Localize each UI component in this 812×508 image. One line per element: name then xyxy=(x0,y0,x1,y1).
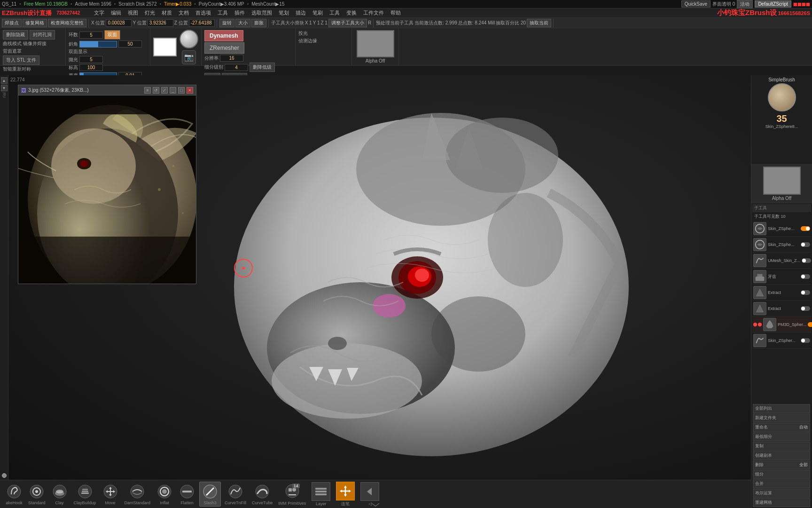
menu-files[interactable]: 工件文件 xyxy=(360,8,387,17)
brush-item-0[interactable]: Skin_ZSphe... xyxy=(752,221,811,237)
check-mesh-button[interactable]: 检查网格完整性 xyxy=(48,19,86,27)
menu-stroke[interactable]: 笔划 xyxy=(276,8,292,17)
menu-material[interactable]: 材质 xyxy=(159,8,175,17)
window-minimize-button[interactable]: ≡ xyxy=(144,87,151,94)
merge-button[interactable]: 合并 xyxy=(753,479,810,488)
brush-item-3[interactable]: 牙齿 xyxy=(752,269,811,285)
dynamesh-button[interactable]: Dynamesh xyxy=(204,30,243,41)
sidebar-dot-button[interactable] xyxy=(2,473,7,478)
image-preview-window[interactable]: 🖼 3.jpg (532×276像素, 23KB...) ≡ ↺ ⤢ _ □ ✕ xyxy=(18,85,196,284)
menu-document[interactable]: 文档 xyxy=(176,8,192,17)
adjust-tool-button[interactable]: 调整子工具大小 xyxy=(328,19,367,27)
double-sided-button[interactable]: 双面 xyxy=(104,30,120,40)
active-button[interactable]: 活动 xyxy=(737,0,753,8)
repair-mesh-button[interactable]: 修复网格 xyxy=(23,19,47,27)
close-holes-button[interactable]: 封闭孔洞 xyxy=(30,30,55,40)
menu-help[interactable]: 帮助 xyxy=(388,8,404,17)
brush-item-bottom-curvetube[interactable]: CurveTube xyxy=(250,482,274,506)
brush-item-bottom-clay[interactable]: Clay xyxy=(49,482,70,506)
sidebar-btn-2[interactable]: ▼ xyxy=(1,85,8,91)
brush-item-bottom-layer[interactable]: Layer xyxy=(310,481,332,507)
brush-toggle-3[interactable] xyxy=(801,274,810,279)
all-output-button[interactable]: 全部列出 xyxy=(753,404,810,413)
main-canvas[interactable]: 22.774 xyxy=(8,75,751,480)
brush-toggle-0[interactable] xyxy=(801,226,810,231)
menu-select[interactable]: 选取范围 xyxy=(249,8,275,17)
brush-item-4[interactable]: Extract xyxy=(752,285,811,301)
lowest-subdiv-button[interactable]: 最低细分 xyxy=(753,432,810,441)
extract-current-button[interactable]: 抽取当前 xyxy=(527,19,551,27)
bevel-value[interactable]: 50 xyxy=(118,40,142,48)
menu-prefs[interactable]: 首选项 xyxy=(193,8,214,17)
create-copy-button[interactable]: 创建副本 xyxy=(753,451,810,460)
brush-item-bottom-move2[interactable]: 连笔 xyxy=(334,481,357,508)
brush-toggle-6[interactable] xyxy=(808,322,812,327)
menu-tool[interactable]: 工具 xyxy=(215,8,231,17)
quicksave-button[interactable]: QuickSave xyxy=(681,0,710,8)
window-restore-button[interactable]: _ xyxy=(170,87,176,94)
delete-hidden-button[interactable]: 删除隐藏 xyxy=(3,30,28,40)
brush-toggle-2[interactable] xyxy=(802,258,811,263)
brush-size-label[interactable]: 35 xyxy=(776,113,787,124)
brush-item-bottom-ake-hook[interactable]: akeHook xyxy=(4,482,24,506)
x-pos-value[interactable]: 0.00028 xyxy=(106,19,132,27)
y-pos-value[interactable]: 3.92326 xyxy=(148,19,173,27)
simple-brush-icon[interactable] xyxy=(768,83,796,111)
color-swatch[interactable] xyxy=(153,38,177,56)
menu-view[interactable]: 视图 xyxy=(125,8,141,17)
brush-item-bottom-move[interactable]: Move xyxy=(100,482,121,506)
brush-item-bottom-inflat[interactable]: Inflat xyxy=(154,482,175,506)
brush-item-bottom-curvetinfill[interactable]: CurveTnFill xyxy=(223,482,248,506)
brush-item-bottom-flatten[interactable]: Flatten xyxy=(177,482,197,506)
polish-value[interactable]: 5 xyxy=(79,56,103,63)
subdiv-value[interactable]: 16 xyxy=(220,55,243,62)
subdiv-level-value[interactable]: 4 xyxy=(225,64,248,71)
brush-item-5[interactable]: Extract xyxy=(752,301,811,317)
rename-button[interactable]: 重命名 自动 xyxy=(753,423,810,432)
default-zscript-button[interactable]: DefaultZScript xyxy=(755,0,791,8)
brush-item-1[interactable]: Skin_ZSphe... xyxy=(752,237,811,253)
bevel-slider[interactable] xyxy=(79,41,117,48)
new-file-button[interactable]: 新建文件夹 xyxy=(753,413,810,422)
brush-toggle-4[interactable] xyxy=(801,290,810,295)
brush-toggle-5[interactable] xyxy=(801,306,810,311)
copy-button[interactable]: 复制 xyxy=(753,442,810,451)
rings-value[interactable]: 5 xyxy=(79,32,103,39)
menu-stroke2[interactable]: 描边 xyxy=(293,8,309,17)
camera-button[interactable]: 📷 xyxy=(182,50,196,64)
boolean-button[interactable]: 布尔运算 xyxy=(753,489,810,498)
delete-button[interactable]: 删除 全部 xyxy=(753,460,810,469)
brush-item-bottom-standard[interactable]: Standard xyxy=(26,482,47,506)
brush-item-2[interactable]: UMesh_Skin_Z... xyxy=(752,253,811,269)
brush-item-bottom-clay-buildup[interactable]: ClayBuildup xyxy=(72,482,98,506)
zremesher-button[interactable]: ZRemesher xyxy=(204,42,244,54)
weld-points-button[interactable]: 焊接点 xyxy=(2,19,22,27)
brush-item-bottom-slash3[interactable]: Slash3 xyxy=(199,482,221,507)
inflate-button[interactable]: 膨胀 xyxy=(251,19,266,27)
brush-item-bottom-imm[interactable]: 14 IMM Primitives xyxy=(276,482,308,507)
menu-file[interactable]: 文字 xyxy=(91,8,107,17)
subdivide-button[interactable]: 细分 xyxy=(753,470,810,479)
menu-edit[interactable]: 编辑 xyxy=(108,8,124,17)
menu-transform[interactable]: 变换 xyxy=(344,8,359,17)
z-pos-value[interactable]: -27.64188 xyxy=(189,19,215,27)
window-maximize-button[interactable]: □ xyxy=(178,87,185,94)
menu-brush[interactable]: 笔刷 xyxy=(310,8,326,17)
window-close-button[interactable]: ✕ xyxy=(187,87,193,94)
window-refresh-button[interactable]: ↺ xyxy=(153,87,159,94)
sidebar-btn-1[interactable]: ▲ xyxy=(1,77,8,84)
scale-button[interactable]: 大小 xyxy=(235,19,250,27)
create-grid-button[interactable]: 重建网格 xyxy=(753,498,810,507)
alpha-off-swatch[interactable] xyxy=(763,167,801,195)
menu-light[interactable]: 灯光 xyxy=(142,8,158,17)
import-stl-button[interactable]: 导入 STL 文件 xyxy=(3,56,39,65)
brush-item-6[interactable]: PM3D_Spher... xyxy=(752,317,811,333)
brush-item-bottom-dam-standard[interactable]: DamStandard xyxy=(123,482,153,506)
marker-value[interactable]: 100 xyxy=(79,64,103,71)
menu-plugin[interactable]: 插件 xyxy=(232,8,248,17)
brush-toggle-7[interactable] xyxy=(801,338,810,343)
rotate-button[interactable]: 旋转 xyxy=(219,19,234,27)
brush-item-7[interactable]: Skin_ZSpher... xyxy=(752,333,811,349)
brush-toggle-1[interactable] xyxy=(801,242,810,247)
window-expand-button[interactable]: ⤢ xyxy=(161,87,168,94)
